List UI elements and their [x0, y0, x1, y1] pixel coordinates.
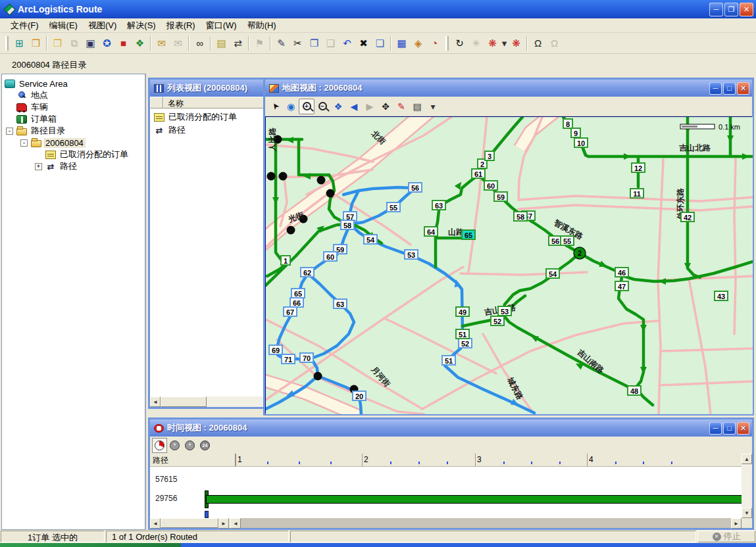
pointer-icon[interactable]: ➤ — [267, 99, 283, 114]
globe-icon[interactable]: ◉ — [283, 99, 299, 114]
menu-item-0[interactable]: 文件(F) — [5, 18, 44, 33]
map-marker-55[interactable]: 55 — [561, 236, 574, 245]
properties-icon[interactable]: ✎ — [273, 35, 290, 51]
locations-icon[interactable]: ✪ — [99, 35, 115, 51]
map-marker-49[interactable]: 49 — [456, 307, 469, 316]
route-name-57615[interactable]: 57615 — [155, 475, 177, 484]
undo-icon[interactable]: ↶ — [339, 35, 355, 51]
map-marker-52[interactable]: 52 — [491, 316, 504, 325]
stop-dot[interactable] — [314, 372, 322, 381]
time-close-button[interactable]: ✕ — [737, 422, 749, 435]
map-marker-60[interactable]: 60 — [484, 181, 497, 190]
map-close-button[interactable]: ✕ — [737, 82, 749, 95]
map-marker-8[interactable]: 8 — [563, 119, 572, 128]
tree-label[interactable]: 20060804 — [43, 138, 86, 148]
tree-label[interactable]: 路径 — [58, 160, 79, 172]
time-horizontal-scrollbar[interactable]: ◄ ► ◄ ► — [150, 518, 742, 528]
vehicles-icon[interactable]: ■ — [115, 35, 132, 51]
map-marker-9[interactable]: 9 — [571, 128, 580, 137]
tree-item-车辆[interactable]: 车辆 — [2, 101, 145, 113]
tree-item-20060804[interactable]: -20060804 — [2, 137, 145, 149]
stop-dot[interactable] — [326, 189, 335, 198]
copy-icon[interactable]: ❐ — [306, 35, 322, 51]
map-marker-1[interactable]: 1 — [281, 256, 290, 265]
map-marker-53[interactable]: 53 — [405, 250, 418, 259]
scroll-down-icon[interactable]: ▼ — [742, 508, 752, 518]
map-marker-63[interactable]: 63 — [334, 299, 347, 308]
time-minimize-button[interactable]: ─ — [709, 422, 722, 435]
print-icon[interactable]: ▤ — [409, 99, 425, 114]
map-marker-53[interactable]: 53 — [498, 306, 511, 316]
scroll-left-icon[interactable]: ◄ — [150, 396, 161, 407]
save-icon[interactable]: ▣ — [82, 35, 99, 51]
menu-item-1[interactable]: 编辑(E) — [44, 18, 83, 33]
map-minimize-button[interactable]: ─ — [709, 82, 722, 95]
map-canvas[interactable]: 北街人比路光街山路智溪东路吉山北路外环东路吉山二路吉山南路城东路月河街56555… — [265, 116, 752, 414]
map-marker-56[interactable]: 56 — [409, 183, 422, 192]
scale-hour-icon[interactable] — [182, 438, 197, 453]
map-marker-59[interactable]: 59 — [494, 192, 507, 201]
map-marker-67[interactable]: 67 — [284, 307, 297, 316]
tree-item-订单箱[interactable]: 订单箱 — [2, 113, 145, 125]
map-marker-65[interactable]: 65 — [462, 230, 475, 239]
scale-24h-icon[interactable]: 24 — [197, 438, 213, 453]
zoom-extent-icon[interactable]: ❖ — [330, 99, 346, 114]
scroll-right-icon[interactable]: ► — [218, 518, 229, 529]
map-marker-65[interactable]: 65 — [291, 289, 305, 298]
map-marker-42[interactable]: 42 — [681, 212, 694, 222]
time-vertical-scrollbar[interactable]: ▲ ▼ — [742, 454, 752, 518]
map-marker-61[interactable]: 61 — [472, 169, 485, 178]
stop-button[interactable]: ✕ 停止 — [697, 531, 755, 542]
map-view-titlebar[interactable]: 地图视图 : 20060804 ─ □ ✕ — [265, 80, 752, 97]
map-marker-63[interactable]: 63 — [432, 201, 445, 210]
scroll-thumb[interactable] — [161, 518, 218, 528]
map-marker-51[interactable]: 51 — [456, 329, 469, 339]
gantt-time-cursor[interactable] — [205, 511, 209, 518]
scale-half-icon[interactable] — [167, 438, 182, 453]
scroll-thumb[interactable] — [161, 396, 207, 407]
stop-dot[interactable] — [287, 226, 295, 235]
map-marker-57[interactable]: 57 — [343, 212, 357, 221]
table-view-icon[interactable]: ▦ — [393, 35, 410, 51]
tree-label[interactable]: 车辆 — [29, 101, 50, 113]
stop-dot[interactable] — [317, 176, 326, 185]
tree-label[interactable]: 地点 — [29, 89, 50, 101]
list-orders-icon[interactable]: ▤ — [213, 35, 230, 51]
map-marker-64[interactable]: 64 — [424, 227, 438, 236]
map-marker-69[interactable]: 69 — [269, 345, 282, 354]
tree-label[interactable]: 已取消分配的订单 — [58, 149, 130, 160]
map-marker-62[interactable]: 62 — [301, 268, 314, 277]
assign-caret-icon[interactable]: ▾ — [501, 35, 508, 51]
zoom-in-icon[interactable]: + — [299, 99, 315, 114]
map-marker-66[interactable]: 66 — [290, 298, 303, 307]
map-marker-47[interactable]: 47 — [615, 281, 628, 291]
find-icon[interactable]: ∞ — [191, 35, 208, 51]
new-folder-icon[interactable]: ❒ — [49, 35, 66, 51]
map-marker-52[interactable]: 52 — [459, 339, 472, 348]
map-maximize-button[interactable]: □ — [723, 82, 736, 95]
map-marker-48[interactable]: 48 — [628, 386, 641, 395]
open-icon[interactable]: ❒ — [28, 35, 44, 51]
route-name-29756[interactable]: 29756 — [155, 494, 177, 503]
tree-item-路径[interactable]: +⇄路径 — [2, 160, 145, 172]
order-box-icon[interactable]: ❖ — [132, 35, 148, 51]
menu-item-3[interactable]: 解决(S) — [122, 18, 161, 33]
tree-item-已取消分配的订单[interactable]: 已取消分配的订单 — [2, 149, 145, 160]
scale-quarter-icon[interactable] — [152, 438, 167, 453]
collapse-icon[interactable]: - — [20, 139, 28, 147]
import-orders-icon[interactable]: ✉ — [153, 35, 170, 51]
scroll-right-icon[interactable]: ► — [731, 518, 742, 529]
map-marker-12[interactable]: 12 — [632, 163, 645, 172]
tree-label[interactable]: 路径目录 — [29, 125, 67, 137]
app-restore-button[interactable]: ❐ — [724, 3, 738, 16]
tree-item-路径目录[interactable]: -路径目录 — [2, 125, 145, 137]
solve-icon[interactable]: ↻ — [451, 35, 468, 51]
time-view-icon[interactable]: ◔ — [426, 35, 443, 51]
map-marker-71[interactable]: 71 — [282, 354, 295, 364]
stop-dot[interactable] — [267, 172, 276, 181]
expand-icon[interactable]: + — [35, 163, 42, 170]
new-routing-folder-icon[interactable]: ⊞ — [11, 35, 28, 51]
map-marker-54[interactable]: 54 — [364, 235, 377, 244]
menu-item-6[interactable]: 帮助(H) — [242, 18, 282, 33]
map-marker-11[interactable]: 11 — [630, 189, 643, 198]
